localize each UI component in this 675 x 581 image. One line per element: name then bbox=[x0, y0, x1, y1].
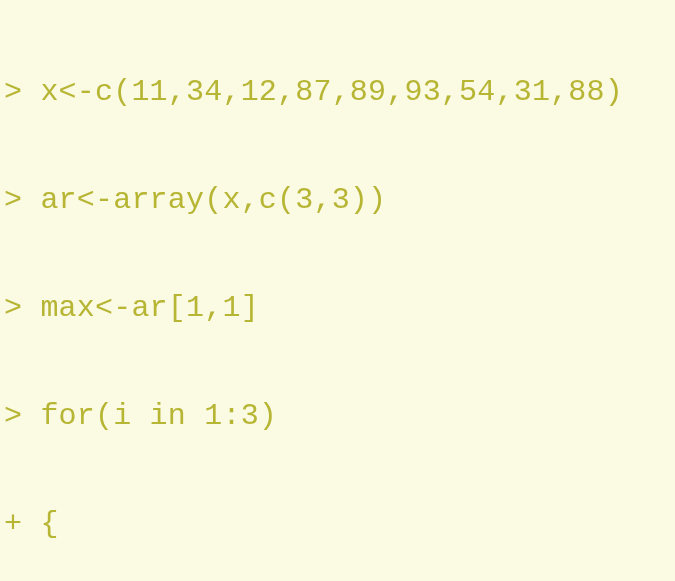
code-text: for(i in 1:3) bbox=[40, 399, 277, 433]
code-text: { bbox=[40, 507, 58, 541]
code-text: x<-c(11,34,12,87,89,93,54,31,88) bbox=[40, 75, 623, 109]
r-console: > x<-c(11,34,12,87,89,93,54,31,88) > ar<… bbox=[0, 0, 675, 581]
prompt: > bbox=[4, 183, 40, 217]
code-line: > max<-ar[1,1] bbox=[4, 290, 671, 326]
prompt: + bbox=[4, 507, 40, 541]
prompt: > bbox=[4, 399, 40, 433]
code-line: > x<-c(11,34,12,87,89,93,54,31,88) bbox=[4, 74, 671, 110]
code-text: max<-ar[1,1] bbox=[40, 291, 258, 325]
code-line: > for(i in 1:3) bbox=[4, 398, 671, 434]
code-line: + { bbox=[4, 506, 671, 542]
code-text: ar<-array(x,c(3,3)) bbox=[40, 183, 386, 217]
prompt: > bbox=[4, 75, 40, 109]
code-line: > ar<-array(x,c(3,3)) bbox=[4, 182, 671, 218]
prompt: > bbox=[4, 291, 40, 325]
